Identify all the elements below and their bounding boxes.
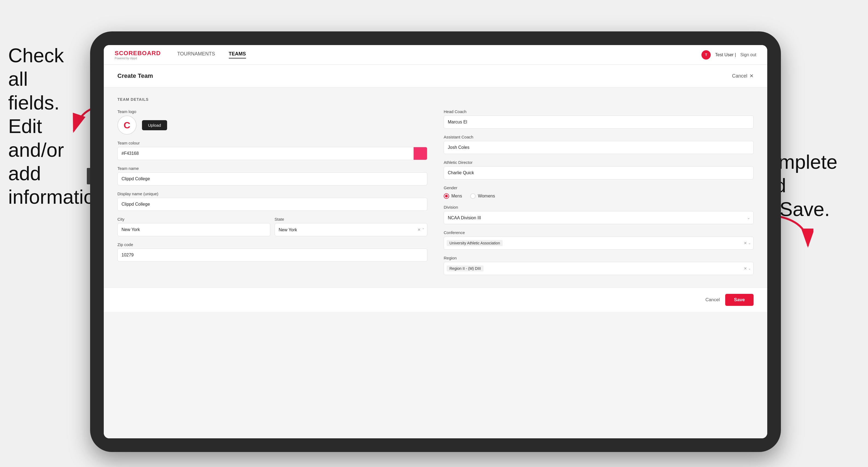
conference-tag: University Athletic Association <box>447 240 503 246</box>
zip-label: Zip code <box>117 242 427 247</box>
division-label: Division <box>444 205 753 210</box>
assistant-coach-input[interactable] <box>444 141 753 154</box>
colour-input-group <box>117 147 427 160</box>
instruction-line-3: information. <box>8 185 85 209</box>
assistant-coach-label: Assistant Coach <box>444 135 753 139</box>
gender-field: Gender Mens Womens <box>444 185 753 199</box>
zip-input[interactable] <box>117 249 427 261</box>
create-team-title: Create Team <box>117 72 153 80</box>
colour-swatch[interactable] <box>414 147 427 160</box>
city-state-row: City State New York ✕ <box>117 217 427 236</box>
gender-label: Gender <box>444 185 753 190</box>
save-button[interactable]: Save <box>725 294 753 306</box>
nav-links: TOURNAMENTS TEAMS <box>177 51 702 58</box>
conference-label: Conference <box>444 230 753 235</box>
head-coach-input[interactable] <box>444 116 753 129</box>
conference-icons: ✕ ⌄ <box>744 241 751 245</box>
conference-select-wrap: University Athletic Association ✕ ⌄ <box>444 237 753 250</box>
city-label: City <box>117 217 270 221</box>
user-avatar: T <box>702 50 711 60</box>
form-actions: Cancel Save <box>104 287 767 312</box>
gender-womens-label: Womens <box>478 194 495 198</box>
conference-field: Conference University Athletic Associati… <box>444 230 753 250</box>
state-field: State New York ✕ ⌃ <box>275 217 428 236</box>
display-name-input[interactable] <box>117 198 427 211</box>
user-name: Test User | <box>715 53 736 57</box>
state-label: State <box>275 217 428 221</box>
region-clear-icon: ✕ <box>744 266 747 271</box>
form-right: Head Coach Assistant Coach Athletic Dire… <box>444 109 753 275</box>
division-select[interactable]: NCAA Division III <box>444 211 753 224</box>
form-area: TEAM DETAILS Team logo C Upload <box>104 87 767 285</box>
nav-right: T Test User | Sign out <box>702 50 756 60</box>
main-content: Create Team Cancel ✕ TEAM DETAILS Team l… <box>104 65 767 438</box>
state-select[interactable]: New York <box>275 223 428 236</box>
region-select-wrap: Region II - (M) DIII ✕ ⌄ <box>444 262 753 275</box>
region-tag: Region II - (M) DIII <box>447 266 484 272</box>
division-field: Division NCAA Division III ⌄ <box>444 205 753 224</box>
nav-tournaments[interactable]: TOURNAMENTS <box>177 51 215 58</box>
region-chevron-icon: ⌄ <box>748 267 751 270</box>
team-colour-input[interactable] <box>117 147 414 160</box>
logo-upload-area: C Upload <box>117 116 427 135</box>
gender-womens-option[interactable]: Womens <box>470 193 495 199</box>
display-name-field: Display name (unique) <box>117 191 427 211</box>
team-colour-label: Team colour <box>117 141 427 145</box>
athletic-director-label: Athletic Director <box>444 160 753 165</box>
gender-womens-radio[interactable] <box>470 193 476 199</box>
region-icons: ✕ ⌄ <box>744 266 751 271</box>
tablet-frame: SCOREBOARD Powered by clippd TOURNAMENTS… <box>90 31 781 452</box>
gender-mens-label: Mens <box>451 194 462 198</box>
head-coach-label: Head Coach <box>444 109 753 114</box>
gender-options: Mens Womens <box>444 192 753 199</box>
team-colour-field: Team colour <box>117 141 427 160</box>
conference-clear-icon: ✕ <box>744 241 747 245</box>
team-logo-label: Team logo <box>117 109 427 114</box>
team-name-label: Team name <box>117 166 427 171</box>
conference-chevron-icon: ⌄ <box>748 241 751 245</box>
logo-scoreboard: SCOREBOARD <box>115 50 161 57</box>
team-logo-field: Team logo C Upload <box>117 109 427 135</box>
region-field: Region Region II - (M) DIII ✕ ⌄ <box>444 256 753 275</box>
conference-tag-input[interactable]: University Athletic Association <box>444 237 753 250</box>
city-field: City <box>117 217 270 236</box>
region-label: Region <box>444 256 753 260</box>
header-cancel-button[interactable]: Cancel ✕ <box>732 73 753 79</box>
assistant-coach-field: Assistant Coach <box>444 135 753 154</box>
city-input[interactable] <box>117 223 270 236</box>
team-name-input[interactable] <box>117 172 427 185</box>
section-label: TEAM DETAILS <box>117 97 753 102</box>
zip-field: Zip code <box>117 242 427 261</box>
logo-circle: C <box>117 116 136 135</box>
cancel-x-icon: ✕ <box>749 73 753 79</box>
tablet-screen: SCOREBOARD Powered by clippd TOURNAMENTS… <box>104 45 767 438</box>
nav-bar: SCOREBOARD Powered by clippd TOURNAMENTS… <box>104 45 767 65</box>
form-grid: Team logo C Upload Team colour <box>117 109 753 275</box>
nav-teams[interactable]: TEAMS <box>229 51 246 58</box>
athletic-director-field: Athletic Director <box>444 160 753 180</box>
gender-mens-option[interactable]: Mens <box>444 193 462 199</box>
head-coach-field: Head Coach <box>444 109 753 129</box>
logo-area: SCOREBOARD Powered by clippd <box>115 50 161 60</box>
team-name-field: Team name <box>117 166 427 185</box>
gender-mens-radio[interactable] <box>444 193 449 199</box>
athletic-director-input[interactable] <box>444 166 753 180</box>
region-tag-input[interactable]: Region II - (M) DIII <box>444 262 753 275</box>
display-name-label: Display name (unique) <box>117 191 427 196</box>
sign-out-link[interactable]: Sign out <box>740 53 756 57</box>
division-select-wrap: NCAA Division III ⌄ <box>444 211 753 224</box>
cancel-button[interactable]: Cancel <box>705 297 720 303</box>
create-team-header: Create Team Cancel ✕ <box>104 65 767 87</box>
form-left: Team logo C Upload Team colour <box>117 109 427 275</box>
upload-button[interactable]: Upload <box>142 120 167 130</box>
logo-sub: Powered by clippd <box>115 57 161 60</box>
state-select-wrap: New York ✕ ⌃ <box>275 223 428 236</box>
gender-mens-dot <box>445 195 448 197</box>
